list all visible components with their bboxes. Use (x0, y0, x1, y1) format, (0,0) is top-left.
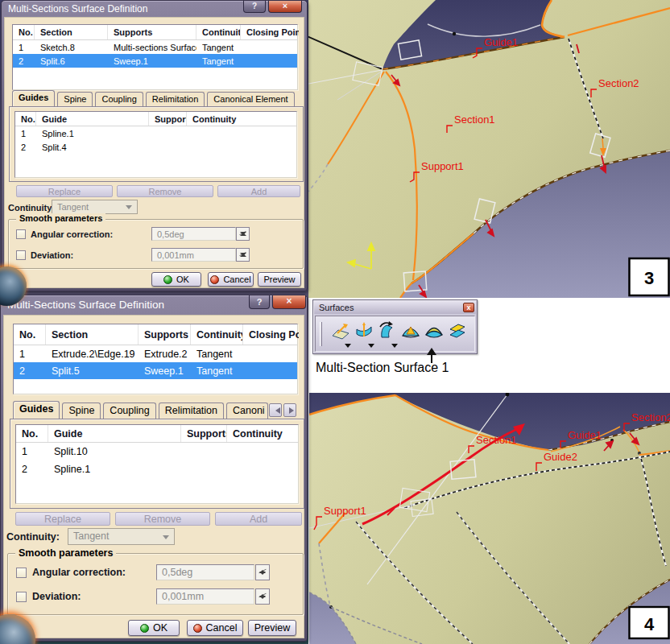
tab-canonical-element[interactable]: Canonical Element (207, 92, 294, 106)
ok-label: OK (153, 622, 168, 634)
tab-guides[interactable]: Guides (12, 90, 55, 106)
cancel-button[interactable]: Cancel (187, 620, 243, 636)
replace-button[interactable]: Replace (16, 185, 113, 197)
angular-correction-checkbox[interactable] (16, 568, 27, 578)
col-no: No. (15, 112, 36, 126)
remove-button[interactable]: Remove (115, 512, 210, 526)
col-supports: Supports (108, 25, 196, 39)
continuity-combo[interactable]: Tangent (52, 200, 138, 214)
col-supports: Supports (181, 425, 227, 442)
toolbar-drag-handle[interactable] (320, 322, 322, 346)
col-guide: Guide (48, 425, 181, 442)
table-row[interactable]: 1 Split.10 (16, 443, 298, 460)
figure-number-4: 4 (630, 607, 669, 638)
chevron-down-icon (126, 205, 132, 213)
preview-button[interactable]: Preview (258, 272, 301, 287)
table-row-selected[interactable]: 2 Split.6 Sweep.1 Tangent (13, 54, 297, 68)
tab-coupling[interactable]: Coupling (103, 402, 155, 419)
guides-tab-page: No. Guide Supports Continuity 1 Spline.1… (9, 106, 304, 182)
blend-surface-icon[interactable] (447, 320, 468, 341)
guides-tab-page: No. Guide Supports Continuity 1 Split.10… (10, 419, 304, 509)
multi-section-surface-icon[interactable] (424, 320, 445, 341)
deviation-checkbox[interactable] (16, 592, 27, 602)
tab-canonical-element-clipped[interactable]: Canoni (226, 402, 268, 419)
continuity-label: Continuity: (6, 531, 60, 543)
extrude-dropdown-icon[interactable] (345, 344, 351, 351)
add-button[interactable]: Add (217, 185, 300, 197)
angular-correction-checkbox[interactable] (16, 229, 26, 239)
help-button[interactable]: ? (249, 295, 270, 309)
angular-correction-label: Angular correction: (31, 229, 113, 239)
angular-correction-field[interactable]: 0,5deg (156, 564, 254, 580)
guides-table-header: No. Guide Supports Continuity (16, 425, 298, 443)
group-title: Smooth parameters (15, 547, 116, 559)
deviation-field[interactable]: 0,001mm (151, 248, 236, 262)
svg-text:4: 4 (644, 614, 655, 634)
preview-label: Preview (254, 622, 290, 634)
extrude-surface-icon[interactable] (330, 320, 351, 341)
angular-correction-value: 0,5deg (157, 229, 184, 239)
guides-table-header: No. Guide Supports Continuity (15, 112, 296, 126)
ok-button[interactable]: OK (151, 272, 201, 287)
cancel-ball-icon (193, 624, 202, 633)
3d-viewport-bottom[interactable]: Section2 Guide1 Guide2 Section1 Support1… (309, 393, 670, 644)
table-row-selected[interactable]: 2 Split.5 Sweep.1 Tangent (14, 362, 297, 379)
sweep-surface-icon[interactable] (377, 320, 398, 341)
deviation-value: 0,001mm (162, 591, 204, 602)
fill-surface-icon[interactable] (400, 320, 421, 341)
deviation-spinner[interactable] (255, 588, 270, 605)
preview-label: Preview (263, 275, 295, 284)
tab-relimitation[interactable]: Relimitation (159, 402, 224, 419)
tabstrip: Guides Spine Coupling Relimitation Canon… (12, 92, 297, 106)
angular-correction-spinner[interactable] (236, 227, 250, 241)
preview-button[interactable]: Preview (248, 620, 296, 636)
table-row[interactable]: 1 Sketch.8 Multi-sections Surface.3 Tang… (13, 40, 297, 54)
angular-correction-spinner[interactable] (255, 564, 270, 580)
ok-button[interactable]: OK (128, 620, 180, 636)
remove-button[interactable]: Remove (117, 185, 213, 197)
sections-table-header: No. Section Supports Continuity Closing … (14, 324, 297, 345)
deviation-spinner[interactable] (236, 248, 250, 262)
close-button[interactable]: × (272, 295, 306, 309)
deviation-checkbox[interactable] (16, 250, 26, 260)
tab-guides[interactable]: Guides (13, 401, 60, 419)
col-closing-point: Closing Point (241, 25, 299, 39)
angular-correction-field[interactable]: 0,5deg (151, 227, 236, 241)
col-no: No. (13, 25, 35, 39)
figure-number-3: 3 (630, 258, 669, 295)
help-button[interactable]: ? (243, 1, 266, 13)
surfaces-toolbar-title[interactable]: Surfaces (314, 301, 476, 314)
cancel-ball-icon (210, 275, 219, 284)
tab-coupling[interactable]: Coupling (95, 92, 143, 106)
tab-spine[interactable]: Spine (62, 402, 101, 419)
sections-table: No. Section Supports Continuity Closing … (13, 324, 298, 394)
close-button[interactable]: × (268, 1, 302, 13)
col-guide: Guide (36, 112, 149, 126)
sweep-dropdown-icon[interactable] (391, 344, 398, 351)
table-row[interactable]: 1 Extrude.2\Edge.19 Extrude.2 Tangent (14, 345, 297, 362)
revolve-dropdown-icon[interactable] (368, 344, 374, 351)
col-no: No. (14, 324, 46, 345)
col-supports: Supports (139, 324, 191, 345)
guide1-label: Guide1 (568, 429, 602, 441)
smooth-parameters-group: Smooth parameters Angular correction: 0,… (7, 553, 304, 615)
continuity-combo[interactable]: Tangent (68, 528, 175, 545)
close-icon[interactable]: x (463, 303, 474, 312)
tab-relimitation[interactable]: Relimitation (146, 92, 205, 106)
deviation-field[interactable]: 0,001mm (156, 588, 254, 605)
guide1-label: Guide1 (484, 36, 518, 48)
tab-scroll-left-button[interactable] (269, 403, 282, 417)
table-row[interactable]: 1 Spline.1 (15, 126, 296, 140)
tab-scroll-right-button[interactable] (283, 403, 296, 417)
table-row[interactable]: 2 Split.4 (15, 140, 296, 154)
replace-button[interactable]: Replace (15, 512, 110, 526)
tab-spine[interactable]: Spine (57, 92, 93, 106)
table-row[interactable]: 2 Spline.1 (16, 460, 298, 478)
toolbar-caption: Multi-Section Surface 1 (316, 361, 449, 375)
revolve-surface-icon[interactable] (354, 320, 374, 341)
col-continuity: Continuity (187, 112, 296, 126)
3d-viewport-top[interactable]: Guide1 Section2 Section1 Support1 3 (308, 0, 670, 298)
add-button[interactable]: Add (215, 512, 302, 526)
ok-ball-icon (163, 275, 172, 284)
cancel-button[interactable]: Cancel (208, 272, 254, 287)
